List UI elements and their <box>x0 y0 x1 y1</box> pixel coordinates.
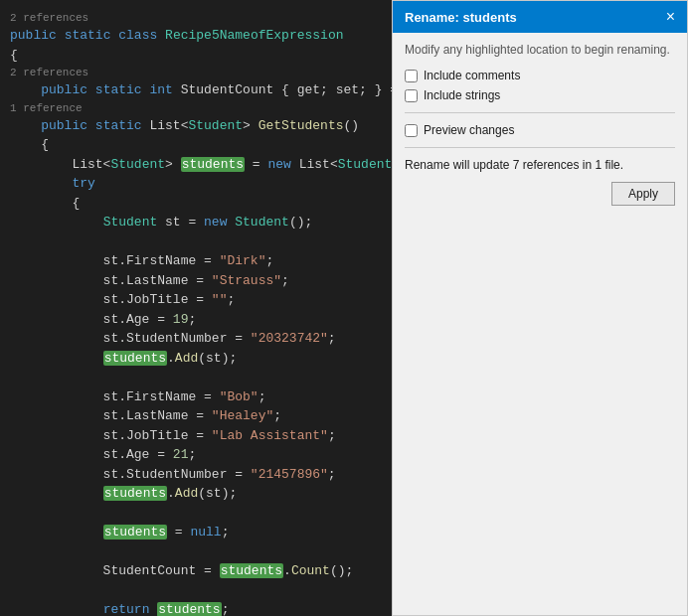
apply-button[interactable]: Apply <box>611 182 675 206</box>
include-strings-checkbox[interactable] <box>405 89 418 102</box>
include-comments-checkbox[interactable] <box>405 70 418 82</box>
divider <box>405 112 675 113</box>
include-comments-row: Include comments <box>405 69 675 82</box>
preview-changes-label[interactable]: Preview changes <box>424 123 514 137</box>
include-strings-label[interactable]: Include strings <box>424 88 500 102</box>
preview-changes-checkbox[interactable] <box>405 124 418 137</box>
rename-panel: Rename: students × Modify any highlighte… <box>392 0 688 616</box>
close-button[interactable]: × <box>666 9 675 25</box>
rename-title: Rename: students <box>405 10 517 25</box>
rename-body: Modify any highlighted location to begin… <box>393 33 687 615</box>
divider-2 <box>405 147 675 148</box>
rename-header: Rename: students × <box>393 1 687 33</box>
include-comments-label[interactable]: Include comments <box>424 69 520 82</box>
rename-info: Rename will update 7 references in 1 fil… <box>405 158 675 172</box>
include-strings-row: Include strings <box>405 88 675 102</box>
preview-changes-row: Preview changes <box>405 123 675 137</box>
rename-subtitle: Modify any highlighted location to begin… <box>405 43 675 57</box>
